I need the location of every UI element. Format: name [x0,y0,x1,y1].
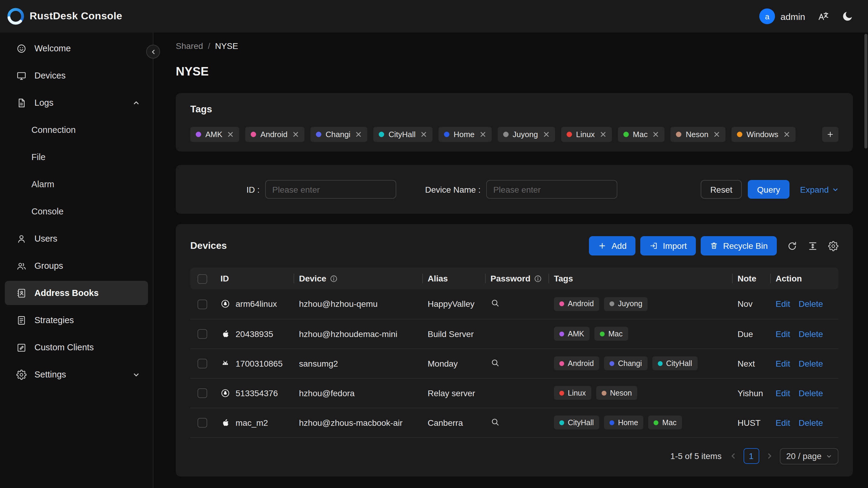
select-all-checkbox[interactable] [197,274,207,283]
remove-tag-icon[interactable] [227,131,234,138]
view-password-icon[interactable] [491,358,499,367]
tag-chip-juyong: Juyong [497,127,555,142]
row-checkbox[interactable] [197,359,207,368]
page-number[interactable]: 1 [743,448,759,464]
delete-link[interactable]: Delete [799,329,823,338]
row-actions: EditDelete [776,359,834,368]
row-checkbox[interactable] [197,329,207,339]
delete-link[interactable]: Delete [799,359,823,368]
column-label: Alias [428,274,448,283]
sidebar-item-devices[interactable]: Devices [5,63,148,88]
rustdesk-console-app: RustDesk Console a admin WelcomeDevicesL… [0,0,868,488]
row-checkbox[interactable] [197,388,207,398]
remove-tag-icon[interactable] [421,131,427,138]
delete-link[interactable]: Delete [799,388,823,398]
sidebar-item-label: Welcome [34,43,71,53]
sidebar-subitem-file[interactable]: File [5,145,148,169]
view-password-icon[interactable] [491,417,499,426]
tag-label: Windows [747,130,779,139]
sidebar-item-label: Address Books [34,288,99,298]
row-checkbox[interactable] [197,300,207,309]
filter-actions: Reset Query Expand [701,180,838,199]
sidebar-nav: WelcomeDevicesLogsConnectionFileAlarmCon… [0,36,153,387]
sidebar-item-settings[interactable]: Settings [5,362,148,387]
sidebar-subitem-alarm[interactable]: Alarm [5,172,148,196]
sidebar-collapse-button[interactable] [146,45,160,59]
language-icon[interactable] [817,10,829,22]
devices-toolbar: Devices Add Import Recycle Bin [190,236,838,255]
device-name: hzhou@zhous-macbook-air [294,408,423,437]
tag-color-dot [566,132,572,137]
device-tag-amk: AMK [554,327,590,341]
density-icon[interactable] [808,241,818,251]
view-password-icon[interactable] [491,299,499,308]
remove-tag-icon[interactable] [543,131,549,138]
device-alias: Relay server [423,378,486,408]
tag-color-dot [610,361,614,366]
edit-link[interactable]: Edit [776,388,790,398]
prev-page-icon[interactable] [730,452,737,460]
sidebar-item-address-books[interactable]: Address Books [5,281,148,305]
desktop-icon [16,70,27,81]
add-tag-button[interactable] [822,127,838,142]
page-size-select[interactable]: 20 / page [779,448,838,464]
address-book-icon [16,288,27,298]
breadcrumb-shared[interactable]: Shared [176,41,203,51]
sidebar-subitem-label: File [31,152,45,162]
remove-tag-icon[interactable] [479,131,486,138]
next-page-icon[interactable] [766,452,773,460]
sidebar-subitem-console[interactable]: Console [5,199,148,223]
device-tag-android: Android [554,356,599,370]
recycle-bin-button[interactable]: Recycle Bin [701,236,777,255]
device-row-arm64linux: arm64linuxhzhou@hzhou-qemuHappyValleyAnd… [190,289,838,319]
remove-tag-icon[interactable] [652,131,659,138]
edit-link[interactable]: Edit [776,418,790,427]
remove-tag-icon[interactable] [292,131,299,138]
sidebar-item-logs[interactable]: Logs [5,91,148,115]
edit-link[interactable]: Edit [776,329,790,338]
remove-tag-icon[interactable] [783,131,790,138]
edit-link[interactable]: Edit [776,299,790,309]
remove-tag-icon[interactable] [599,131,606,138]
edit-link[interactable]: Edit [776,359,790,368]
recycle-bin-label: Recycle Bin [723,241,768,251]
device-tag-cityhall: CityHall [554,416,599,429]
scrollbar[interactable] [864,34,867,149]
remove-tag-icon[interactable] [713,131,720,138]
row-checkbox[interactable] [197,418,207,428]
dark-mode-icon[interactable] [841,10,854,22]
tag-label: Linux [568,389,586,397]
chevron-down-icon [826,453,832,459]
expand-link[interactable]: Expand [800,184,838,194]
delete-link[interactable]: Delete [799,299,823,309]
user-menu[interactable]: a admin [759,8,805,24]
sidebar-item-welcome[interactable]: Welcome [5,36,148,60]
refresh-icon[interactable] [787,241,797,251]
sidebar-item-custom-clients[interactable]: Custom Clients [5,335,148,359]
sidebar-item-label: Settings [34,370,66,379]
delete-link[interactable]: Delete [799,418,823,427]
sidebar-item-strategies[interactable]: Strategies [5,308,148,332]
import-button[interactable]: Import [641,236,696,255]
tag-color-dot [316,132,321,137]
tag-color-dot [559,420,564,425]
remove-tag-icon[interactable] [355,131,362,138]
sidebar-item-users[interactable]: Users [5,226,148,251]
device-name-filter-input[interactable] [486,180,617,199]
sidebar-item-groups[interactable]: Groups [5,254,148,278]
tag-color-dot [444,132,450,137]
tag-chip-home: Home [438,127,491,142]
breadcrumb-current: NYSE [215,41,238,51]
table-settings-icon[interactable] [828,241,838,251]
query-button[interactable]: Query [748,180,789,199]
device-name: sansumg2 [294,348,423,378]
sidebar-subitem-connection[interactable]: Connection [5,118,148,142]
add-device-button[interactable]: Add [589,236,636,255]
app-title: RustDesk Console [30,10,122,22]
reset-button[interactable]: Reset [701,180,742,199]
info-circle-icon [534,274,542,282]
column-label: Device [299,274,326,283]
id-filter-input[interactable] [265,180,396,199]
add-device-label: Add [612,241,627,251]
tag-label: Linux [576,130,595,139]
